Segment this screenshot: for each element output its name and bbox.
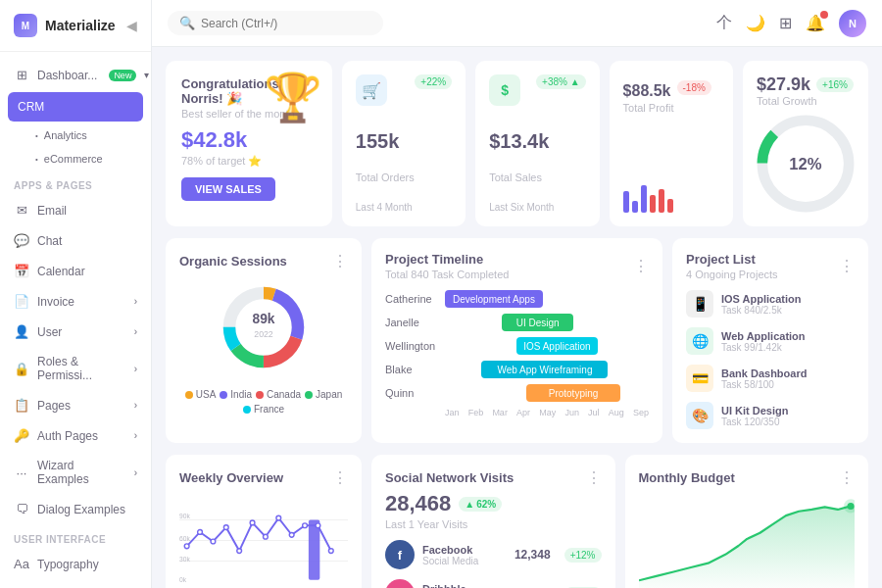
timeline-sub: Total 840 Task Completed [385,269,509,280]
project-item-uikit[interactable]: 🎨 UI Kit Design Task 120/350 [686,402,855,429]
bar-6 [667,199,673,213]
sidebar-item-icons[interactable]: ◆ Icons [0,579,151,588]
stat-profit-card: $88.5k -18% Total Profit [610,61,733,226]
sidebar-item-auth[interactable]: 🔑 Auth Pages › [0,420,151,451]
legend-usa: USA [185,389,217,400]
stat-sales-card: $ +38% ▲ $13.4k Total Sales Last Six Mon… [475,61,599,226]
bottom-row: Weekly Overview ⋮ [166,455,868,588]
sidebar-item-chat[interactable]: 💬 Chat [0,225,151,256]
sidebar-item-pages[interactable]: 📋 Pages › [0,390,151,420]
project-task-bank: Task 58/100 [721,379,807,390]
project-list-card: Project List 4 Ongoing Projects ⋮ 📱 IOS … [672,238,868,443]
sidebar-sub-ecommerce[interactable]: eCommerce [0,147,151,171]
content-area: Congratulations Norris! 🎉 Best seller of… [152,47,882,588]
chat-icon: 💬 [14,233,29,248]
sidebar-item-dashboard[interactable]: ⊞ Dashboar... New ▾ [0,60,151,90]
social-item-facebook[interactable]: f Facebook Social Media 12,348 +12% [385,540,602,569]
legend-canada: Canada [256,389,301,400]
svg-text:60k: 60k [179,535,190,542]
weekly-title: Weekly Overview [179,470,283,485]
sidebar-item-invoice[interactable]: 📄 Invoice › [0,286,151,317]
gantt-row-blake: Blake Web App Wireframing [385,361,649,378]
sidebar-item-roles-label: Roles & Permissi... [37,355,126,382]
view-sales-button[interactable]: VIEW SALES [181,177,275,201]
timeline-menu-icon[interactable]: ⋮ [633,257,649,275]
chevron-right-icon: › [134,467,137,478]
chevron-down-icon: ▾ [144,70,149,80]
sales-change-badge: +38% ▲ [536,74,586,89]
sidebar-sub-analytics[interactable]: Analytics [0,123,151,147]
translate-icon[interactable]: 个 [716,13,732,33]
growth-donut: 12% [757,115,855,213]
sidebar-item-calendar[interactable]: 📅 Calendar [0,256,151,286]
orders-label: Total Orders [356,172,452,183]
user-avatar[interactable]: N [839,10,866,37]
svg-point-20 [250,520,255,525]
fb-name: Facebook [422,544,478,556]
legend-france: France [243,404,284,415]
svg-point-16 [198,530,203,535]
svg-point-19 [237,549,242,554]
sidebar-nav: ⊞ Dashboar... New ▾ CRM Analytics eComme… [0,52,151,588]
gantt-bar-blake: Web App Wireframing [481,361,608,378]
project-timeline-card: Project Timeline Total 840 Task Complete… [371,238,662,443]
profit-label: Total Profit [623,102,711,114]
sidebar-item-typography[interactable]: Aa Typography [0,549,151,579]
app-name: Materialize [45,18,116,33]
sidebar-item-roles[interactable]: 🔒 Roles & Permissi... › [0,347,151,390]
grid-icon[interactable]: ⊞ [779,14,792,32]
chevron-right-icon: › [134,400,137,411]
sidebar-item-email-label: Email [37,204,67,218]
search-input[interactable] [201,17,371,30]
sidebar: M Materialize ◀ ⊞ Dashboar... New ▾ CRM … [0,0,152,588]
social-menu-icon[interactable]: ⋮ [586,468,602,487]
svg-point-22 [276,515,281,520]
bar-5 [659,189,664,213]
search-box[interactable]: 🔍 [168,11,383,35]
project-task-ios: Task 840/2.5k [721,305,802,316]
sidebar-collapse-icon[interactable]: ◀ [126,18,137,33]
project-item-web[interactable]: 🌐 Web Application Task 99/1.42k [686,327,855,355]
budget-menu-icon[interactable]: ⋮ [839,468,855,487]
project-list-menu-icon[interactable]: ⋮ [839,257,855,275]
topbar-actions: 个 🌙 ⊞ 🔔 N [716,10,866,37]
svg-text:30k: 30k [179,556,190,563]
orders-icon: 🛒 [356,74,387,106]
dashboard-icon: ⊞ [14,68,29,82]
profit-value: $88.5k [623,82,671,100]
donut-svg: 12% [757,115,855,213]
bar-1 [623,191,629,213]
sidebar-item-crm[interactable]: CRM [8,92,143,122]
project-item-bank[interactable]: 💳 Bank Dashboard Task 58/100 [686,365,855,392]
growth-label: Total Growth [757,95,854,107]
theme-icon[interactable]: 🌙 [746,14,765,32]
legend-india: India [220,389,252,400]
chevron-right-icon: › [134,296,137,307]
organic-title: Organic Sessions [179,254,287,269]
svg-point-18 [223,525,228,530]
project-name-web: Web Application [721,330,806,342]
legend-japan: Japan [305,389,342,400]
gantt-bar-wellington: IOS Application [516,337,598,355]
organic-menu-icon[interactable]: ⋮ [332,252,348,270]
sidebar-item-dialog[interactable]: 🗨 Dialog Examples [0,494,151,524]
sidebar-item-wizard[interactable]: ··· Wizard Examples › [0,451,151,494]
sidebar-item-calendar-label: Calendar [37,265,85,278]
sidebar-item-email[interactable]: ✉ Email [0,195,151,225]
project-task-uikit: Task 120/350 [721,416,788,427]
sidebar-item-user[interactable]: 👤 User › [0,317,151,347]
social-item-dribbble[interactable]: ● Dribbble Community 8,450 +32% [385,579,602,588]
sales-value: $13.4k [489,130,585,153]
svg-point-26 [328,549,333,554]
weekly-menu-icon[interactable]: ⋮ [332,468,348,487]
budget-chart-area [639,497,856,588]
orders-value: 155k [356,130,452,153]
social-total: 28,468 ▲ 62% [385,491,502,516]
project-item-ios[interactable]: 📱 IOS Application Task 840/2.5k [686,290,855,318]
svg-text:12%: 12% [789,155,822,173]
apps-section-label: APPS & PAGES [0,171,151,195]
social-sub: Last 1 Year Visits [385,518,602,530]
notifications-icon[interactable]: 🔔 [806,14,825,32]
notification-badge [820,11,828,19]
project-name-ios: IOS Application [721,293,802,305]
